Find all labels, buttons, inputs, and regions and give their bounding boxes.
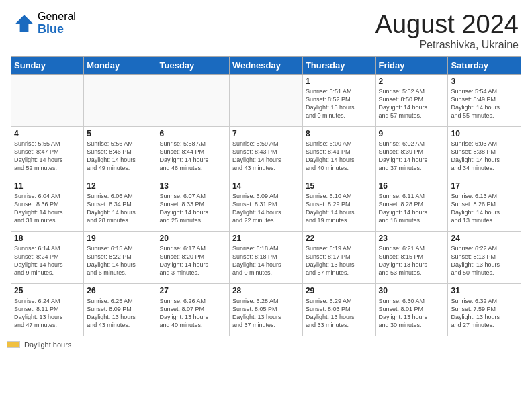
day-info: Sunrise: 5:52 AM Sunset: 8:50 PM Dayligh… xyxy=(379,87,445,120)
weekday-header-tuesday: Tuesday xyxy=(157,56,229,74)
day-info: Sunrise: 6:30 AM Sunset: 8:01 PM Dayligh… xyxy=(379,297,445,330)
day-number: 16 xyxy=(379,181,445,191)
day-number: 1 xyxy=(306,77,373,86)
day-number: 31 xyxy=(451,286,518,295)
calendar-cell: 14Sunrise: 6:09 AM Sunset: 8:31 PM Dayli… xyxy=(229,179,302,231)
day-number: 24 xyxy=(451,234,518,243)
day-info: Sunrise: 6:06 AM Sunset: 8:34 PM Dayligh… xyxy=(87,192,153,225)
day-number: 29 xyxy=(306,286,373,295)
day-number: 17 xyxy=(451,181,518,191)
day-info: Sunrise: 6:10 AM Sunset: 8:29 PM Dayligh… xyxy=(306,192,373,225)
calendar-cell: 29Sunrise: 6:29 AM Sunset: 8:03 PM Dayli… xyxy=(302,283,375,336)
day-number: 10 xyxy=(451,129,518,138)
weekday-header-monday: Monday xyxy=(84,56,157,74)
calendar-cell: 20Sunrise: 6:17 AM Sunset: 8:20 PM Dayli… xyxy=(157,231,229,283)
day-number: 30 xyxy=(379,286,445,295)
day-number: 26 xyxy=(87,286,153,295)
calendar-cell: 4Sunrise: 5:55 AM Sunset: 8:47 PM Daylig… xyxy=(11,126,84,179)
calendar-cell xyxy=(11,74,84,126)
day-number: 27 xyxy=(160,286,226,295)
weekday-header-row: SundayMondayTuesdayWednesdayThursdayFrid… xyxy=(11,56,521,74)
legend-label: Daylight hours xyxy=(24,340,71,349)
calendar-cell: 31Sunrise: 6:32 AM Sunset: 7:59 PM Dayli… xyxy=(448,283,521,336)
calendar-cell: 19Sunrise: 6:15 AM Sunset: 8:22 PM Dayli… xyxy=(84,231,157,283)
calendar-cell: 21Sunrise: 6:18 AM Sunset: 8:18 PM Dayli… xyxy=(229,231,302,283)
day-info: Sunrise: 6:03 AM Sunset: 8:38 PM Dayligh… xyxy=(451,140,518,173)
day-info: Sunrise: 6:00 AM Sunset: 8:41 PM Dayligh… xyxy=(306,140,373,173)
logo: General Blue xyxy=(13,11,76,36)
calendar-cell: 11Sunrise: 6:04 AM Sunset: 8:36 PM Dayli… xyxy=(11,179,84,231)
day-number: 2 xyxy=(379,77,445,86)
day-number: 20 xyxy=(160,234,226,243)
day-number: 9 xyxy=(379,129,445,138)
day-info: Sunrise: 6:04 AM Sunset: 8:36 PM Dayligh… xyxy=(14,192,81,225)
week-row-3: 11Sunrise: 6:04 AM Sunset: 8:36 PM Dayli… xyxy=(11,179,521,231)
calendar-cell: 13Sunrise: 6:07 AM Sunset: 8:33 PM Dayli… xyxy=(157,179,229,231)
logo-text: General Blue xyxy=(38,11,76,36)
day-number: 22 xyxy=(306,234,373,243)
day-info: Sunrise: 5:58 AM Sunset: 8:44 PM Dayligh… xyxy=(160,140,226,173)
week-row-2: 4Sunrise: 5:55 AM Sunset: 8:47 PM Daylig… xyxy=(11,126,521,179)
calendar-cell xyxy=(84,74,157,126)
calendar-cell: 24Sunrise: 6:22 AM Sunset: 8:13 PM Dayli… xyxy=(448,231,521,283)
calendar-cell: 25Sunrise: 6:24 AM Sunset: 8:11 PM Dayli… xyxy=(11,283,84,336)
day-info: Sunrise: 6:32 AM Sunset: 7:59 PM Dayligh… xyxy=(451,297,518,330)
day-info: Sunrise: 5:54 AM Sunset: 8:49 PM Dayligh… xyxy=(451,87,518,120)
day-number: 18 xyxy=(14,234,81,243)
calendar-cell: 22Sunrise: 6:19 AM Sunset: 8:17 PM Dayli… xyxy=(302,231,375,283)
day-number: 13 xyxy=(160,181,226,191)
day-info: Sunrise: 6:02 AM Sunset: 8:39 PM Dayligh… xyxy=(379,140,445,173)
day-info: Sunrise: 6:24 AM Sunset: 8:11 PM Dayligh… xyxy=(14,297,81,330)
month-year: August 2024 xyxy=(375,11,519,39)
calendar-cell: 27Sunrise: 6:26 AM Sunset: 8:07 PM Dayli… xyxy=(157,283,229,336)
day-info: Sunrise: 6:29 AM Sunset: 8:03 PM Dayligh… xyxy=(306,297,373,330)
calendar-cell: 15Sunrise: 6:10 AM Sunset: 8:29 PM Dayli… xyxy=(302,179,375,231)
day-info: Sunrise: 6:22 AM Sunset: 8:13 PM Dayligh… xyxy=(451,244,518,277)
week-row-5: 25Sunrise: 6:24 AM Sunset: 8:11 PM Dayli… xyxy=(11,283,521,336)
logo-blue: Blue xyxy=(38,23,76,36)
calendar-cell: 18Sunrise: 6:14 AM Sunset: 8:24 PM Dayli… xyxy=(11,231,84,283)
legend-bar xyxy=(7,341,20,348)
day-number: 12 xyxy=(87,181,153,191)
calendar-cell: 16Sunrise: 6:11 AM Sunset: 8:28 PM Dayli… xyxy=(375,179,448,231)
weekday-header-thursday: Thursday xyxy=(302,56,375,74)
day-info: Sunrise: 6:28 AM Sunset: 8:05 PM Dayligh… xyxy=(232,297,300,330)
day-number: 5 xyxy=(87,129,153,138)
calendar-cell: 26Sunrise: 6:25 AM Sunset: 8:09 PM Dayli… xyxy=(84,283,157,336)
day-info: Sunrise: 6:17 AM Sunset: 8:20 PM Dayligh… xyxy=(160,244,226,277)
day-number: 28 xyxy=(232,286,300,295)
day-number: 3 xyxy=(451,77,518,86)
day-info: Sunrise: 6:25 AM Sunset: 8:09 PM Dayligh… xyxy=(87,297,153,330)
weekday-header-wednesday: Wednesday xyxy=(229,56,302,74)
calendar-cell: 17Sunrise: 6:13 AM Sunset: 8:26 PM Dayli… xyxy=(448,179,521,231)
day-info: Sunrise: 5:56 AM Sunset: 8:46 PM Dayligh… xyxy=(87,140,153,173)
day-info: Sunrise: 6:14 AM Sunset: 8:24 PM Dayligh… xyxy=(14,244,81,277)
calendar-cell: 1Sunrise: 5:51 AM Sunset: 8:52 PM Daylig… xyxy=(302,74,375,126)
location: Petrashivka, Ukraine xyxy=(375,39,519,51)
day-number: 25 xyxy=(14,286,81,295)
day-info: Sunrise: 6:26 AM Sunset: 8:07 PM Dayligh… xyxy=(160,297,226,330)
calendar-cell xyxy=(157,74,229,126)
logo-general: General xyxy=(38,11,76,23)
day-number: 15 xyxy=(306,181,373,191)
logo-icon xyxy=(13,13,35,34)
svg-marker-0 xyxy=(15,15,33,32)
calendar-cell: 28Sunrise: 6:28 AM Sunset: 8:05 PM Dayli… xyxy=(229,283,302,336)
weekday-header-sunday: Sunday xyxy=(11,56,84,74)
calendar-cell: 6Sunrise: 5:58 AM Sunset: 8:44 PM Daylig… xyxy=(157,126,229,179)
calendar-wrapper: SundayMondayTuesdayWednesdayThursdayFrid… xyxy=(0,56,532,336)
calendar-cell: 3Sunrise: 5:54 AM Sunset: 8:49 PM Daylig… xyxy=(448,74,521,126)
calendar-cell: 7Sunrise: 5:59 AM Sunset: 8:43 PM Daylig… xyxy=(229,126,302,179)
day-number: 4 xyxy=(14,129,81,138)
week-row-1: 1Sunrise: 5:51 AM Sunset: 8:52 PM Daylig… xyxy=(11,74,521,126)
day-info: Sunrise: 6:07 AM Sunset: 8:33 PM Dayligh… xyxy=(160,192,226,225)
title-block: August 2024 Petrashivka, Ukraine xyxy=(375,11,519,51)
day-number: 14 xyxy=(232,181,300,191)
day-number: 11 xyxy=(14,181,81,191)
calendar-cell: 23Sunrise: 6:21 AM Sunset: 8:15 PM Dayli… xyxy=(375,231,448,283)
day-info: Sunrise: 6:09 AM Sunset: 8:31 PM Dayligh… xyxy=(232,192,300,225)
day-number: 6 xyxy=(160,129,226,138)
day-number: 19 xyxy=(87,234,153,243)
calendar-cell: 8Sunrise: 6:00 AM Sunset: 8:41 PM Daylig… xyxy=(302,126,375,179)
day-info: Sunrise: 5:51 AM Sunset: 8:52 PM Dayligh… xyxy=(306,87,373,120)
